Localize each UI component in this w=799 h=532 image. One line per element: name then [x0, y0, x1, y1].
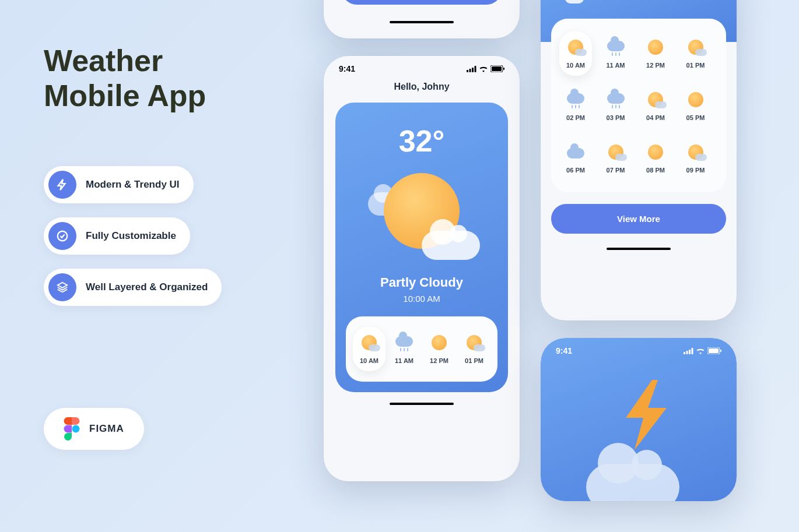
temperature: 32°	[346, 124, 497, 158]
partly-cloudy-icon	[553, 0, 583, 7]
title-line-2: Mobile App	[44, 79, 206, 112]
status-bar: 9:41	[324, 56, 520, 77]
greeting: Hello, Johny	[324, 77, 520, 103]
hour-label: 10 AM	[360, 357, 379, 364]
hour-chip[interactable]: 12 PM	[639, 31, 672, 76]
rain-icon	[606, 90, 626, 110]
feature-modern-ui: Modern & Trendy UI	[44, 166, 194, 203]
sun-cloud-icon	[464, 333, 484, 353]
battery-icon	[707, 347, 721, 354]
sun-cloud-icon	[566, 37, 586, 57]
rain-icon	[566, 90, 586, 110]
svg-rect-14	[709, 348, 719, 353]
hour-label: 08 PM	[646, 167, 665, 174]
hour-label: 04 PM	[646, 114, 665, 121]
partly-cloudy-icon	[375, 170, 468, 263]
hour-grid: 10 AM11 AM12 PM01 PM02 PM03 PM04 PM05 PM…	[559, 31, 718, 181]
rain-icon	[394, 333, 414, 353]
check-circle-icon	[48, 222, 76, 250]
svg-rect-11	[689, 350, 691, 354]
svg-rect-7	[492, 66, 502, 71]
layers-icon	[48, 273, 76, 301]
hour-label: 03 PM	[607, 114, 625, 121]
hour-label: 07 PM	[607, 167, 625, 174]
hour-label: 12 PM	[430, 357, 448, 364]
sun-cloud-icon	[606, 142, 626, 162]
hour-label: 11 AM	[607, 62, 625, 69]
home-indicator[interactable]	[607, 248, 671, 250]
hour-chip[interactable]: 09 PM	[679, 136, 712, 181]
cellular-icon	[684, 348, 693, 354]
rain-icon	[606, 37, 626, 57]
thunderstorm-icon	[586, 376, 691, 481]
hour-label: 06 PM	[566, 167, 585, 174]
wifi-icon	[479, 66, 488, 72]
get-started-button[interactable]: Get Started	[341, 0, 502, 5]
cloud-icon	[566, 142, 586, 162]
phone-mockups: Get Started 9:41 Hello, Johny 32° Partly…	[324, 0, 749, 532]
figma-icon	[64, 417, 80, 441]
feature-label: Fully Customizable	[86, 230, 176, 242]
hour-chip[interactable]: 05 PM	[679, 84, 712, 128]
feature-customizable: Fully Customizable	[44, 217, 190, 255]
hour-label: 05 PM	[686, 114, 705, 121]
sun-cloud-icon	[686, 142, 706, 162]
wifi-icon	[696, 348, 705, 354]
svg-rect-12	[692, 348, 693, 354]
svg-rect-2	[467, 70, 468, 72]
hour-label: 11 AM	[395, 357, 413, 364]
home-indicator[interactable]	[390, 403, 454, 405]
svg-rect-9	[684, 352, 685, 354]
feature-label: Well Layered & Organized	[86, 281, 208, 293]
home-indicator[interactable]	[390, 21, 454, 23]
hour-chip[interactable]: 07 PM	[600, 136, 632, 181]
battery-icon	[490, 65, 504, 72]
sun-cloud-icon	[686, 37, 706, 57]
svg-point-1	[72, 425, 80, 433]
feature-layered: Well Layered & Organized	[44, 269, 222, 306]
status-icons	[467, 65, 504, 72]
sun-icon	[686, 90, 706, 110]
hour-chip[interactable]: 06 PM	[559, 136, 592, 181]
hour-chip[interactable]: 12 PM	[423, 327, 455, 371]
hour-chip[interactable]: 01 PM	[679, 31, 712, 76]
phone-main-weather: 9:41 Hello, Johny 32° Partly Cloudy 10:0…	[324, 56, 520, 481]
hour-chip[interactable]: 02 PM	[559, 84, 592, 128]
hour-chip[interactable]: 03 PM	[600, 84, 632, 128]
hour-label: 01 PM	[465, 357, 483, 364]
hour-label: 01 PM	[686, 62, 705, 69]
weather-card: 32° Partly Cloudy 10:00 AM 10 AM11 AM12 …	[335, 103, 508, 392]
phone-hourly-grid: 32° 10 AM11 AM12 PM01 PM02 PM03 PM04 PM0…	[541, 0, 737, 320]
figma-label: FIGMA	[89, 423, 124, 435]
sun-icon	[646, 142, 665, 162]
svg-rect-15	[720, 350, 721, 352]
sun-cloud-icon	[359, 333, 379, 353]
hour-chip[interactable]: 10 AM	[353, 327, 386, 371]
hour-chip[interactable]: 08 PM	[639, 136, 672, 181]
hour-chip[interactable]: 10 AM	[559, 31, 592, 76]
hour-chip[interactable]: 01 PM	[458, 327, 490, 371]
hourly-grid-card: 10 AM11 AM12 PM01 PM02 PM03 PM04 PM05 PM…	[551, 19, 726, 192]
sun-icon	[429, 333, 449, 353]
status-icons	[684, 347, 721, 354]
feature-label: Modern & Trendy UI	[86, 179, 180, 191]
hour-label: 09 PM	[686, 167, 705, 174]
promo-title: Weather Mobile App	[44, 44, 222, 114]
hour-chip[interactable]: 04 PM	[639, 84, 672, 128]
lightning-icon	[48, 171, 76, 199]
status-time: 9:41	[556, 346, 572, 355]
status-bar: 9:41	[541, 338, 737, 359]
hour-label: 10 AM	[566, 62, 585, 69]
hour-label: 02 PM	[566, 114, 585, 121]
svg-rect-8	[503, 68, 504, 70]
phone-storm: 9:41	[541, 338, 737, 501]
hour-chip[interactable]: 11 AM	[600, 31, 632, 76]
title-line-1: Weather	[44, 44, 163, 77]
cellular-icon	[467, 66, 476, 72]
figma-badge: FIGMA	[44, 408, 144, 450]
hour-chip[interactable]: 11 AM	[388, 327, 420, 371]
view-more-button[interactable]: View More	[551, 204, 726, 234]
phone-onboarding: Get Started	[324, 0, 520, 38]
hourly-forecast-strip: 10 AM11 AM12 PM01 PM	[346, 316, 497, 382]
current-time: 10:00 AM	[346, 294, 497, 304]
